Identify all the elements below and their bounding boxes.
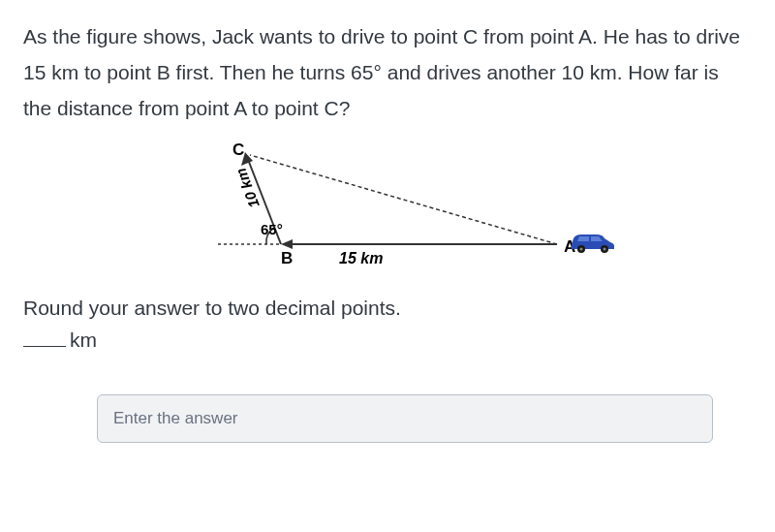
answer-unit: km [70,329,97,351]
car-icon [572,235,614,253]
svg-point-7 [580,248,583,251]
answer-input[interactable] [97,394,713,443]
label-bc: 10 km [232,166,263,210]
label-ab: 15 km [339,250,383,266]
svg-marker-2 [281,239,293,249]
svg-line-5 [250,155,557,244]
problem-statement: As the figure shows, Jack wants to drive… [23,19,752,126]
rounding-instruction: Round your answer to two decimal points. [23,291,752,327]
label-b: B [281,249,293,267]
label-angle: 65° [261,221,283,237]
triangle-figure: C B A 65° 15 km 10 km [145,138,630,283]
answer-blank-line: km [23,329,752,352]
svg-point-9 [604,248,606,251]
label-c: C [232,141,244,159]
